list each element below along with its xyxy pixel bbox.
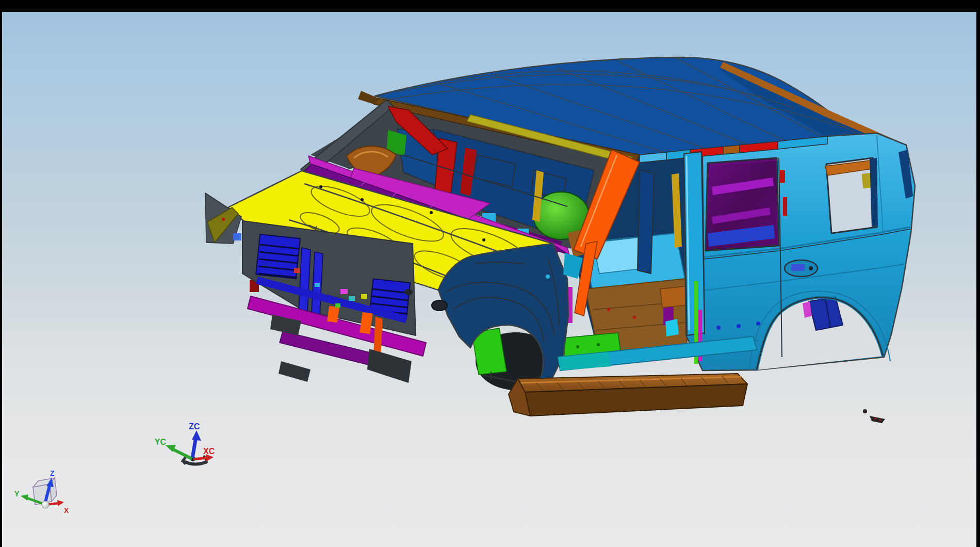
csys-x-label: X [64,506,69,514]
front-grille-assembly[interactable] [242,221,426,383]
csys-y-label: Y [14,490,20,498]
radiator-slats-left[interactable] [256,234,300,279]
quarter-window [825,158,878,233]
window-left-edge-bar [0,0,2,547]
wcs-y-axis[interactable] [166,445,192,459]
wcs-triad[interactable]: ZC YC XC [155,422,215,464]
csys-z-label: Z [50,469,55,477]
roof-left-tip [358,91,378,104]
b-pillar[interactable] [684,152,705,364]
cad-application-window: ZC YC XC Z Y [0,0,980,547]
csys-origin-ball [42,501,49,508]
3d-viewport[interactable]: ZC YC XC Z Y [0,0,980,547]
wcs-x-label: XC [203,447,215,456]
rear-door-window [706,158,779,251]
absolute-csys-triad: Z Y X [14,469,69,514]
floating-part[interactable] [863,409,885,423]
running-board[interactable] [485,372,747,416]
window-right-edge-bar [976,0,980,547]
wcs-y-label: YC [155,438,167,446]
window-top-bar [0,0,980,12]
door-handle[interactable] [785,260,818,277]
car-body-model[interactable] [205,57,915,423]
wcs-z-axis[interactable] [192,430,201,458]
wcs-z-label: ZC [189,422,200,431]
